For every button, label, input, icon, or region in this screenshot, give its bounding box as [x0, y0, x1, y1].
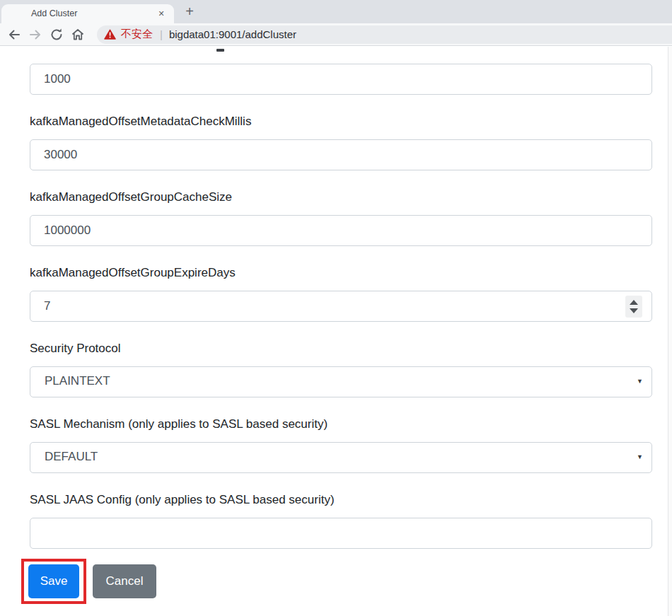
kafka-managed-offset-group-cache-size-input[interactable]	[30, 215, 652, 246]
back-button[interactable]	[4, 24, 25, 45]
spinner-up-icon[interactable]	[630, 300, 638, 305]
kafka-managed-offset-group-expire-days-label: kafkaManagedOffsetGroupExpireDays	[30, 265, 652, 281]
add-cluster-form: kafkaManagedOffsetMetadataCheckMillis ka…	[30, 64, 652, 604]
kafka-managed-offset-group-expire-days-input[interactable]	[30, 291, 652, 322]
annotation-highlight-box: Save	[21, 559, 86, 604]
sasl-jaas-config-label: SASL JAAS Config (only applies to SASL b…	[30, 492, 652, 508]
unlabeled-top-input[interactable]	[30, 64, 652, 95]
home-icon	[71, 28, 85, 42]
security-warning-text[interactable]: 不安全	[121, 28, 153, 41]
number-input-wrapper	[30, 291, 652, 322]
number-stepper[interactable]	[625, 296, 642, 318]
forward-arrow-icon	[28, 28, 42, 42]
new-tab-button[interactable]: +	[180, 2, 199, 22]
cutoff-label-fragment	[216, 49, 224, 52]
form-group: SASL JAAS Config (only applies to SASL b…	[30, 492, 652, 549]
omnibox-separator: |	[160, 28, 163, 40]
tab-title: Add Cluster	[31, 8, 77, 18]
chevron-down-icon: ▼	[637, 378, 643, 385]
tab-strip: Add Cluster ✕ +	[0, 0, 672, 23]
selected-value: PLAINTEXT	[45, 374, 110, 388]
form-group	[30, 64, 652, 95]
sasl-jaas-config-input[interactable]	[30, 518, 652, 549]
security-protocol-select[interactable]: PLAINTEXT ▼	[30, 366, 652, 397]
browser-tab[interactable]: Add Cluster ✕	[1, 4, 174, 23]
form-group: SASL Mechanism (only applies to SASL bas…	[30, 417, 652, 473]
cancel-button[interactable]: Cancel	[93, 564, 156, 598]
browser-window: Add Cluster ✕ +	[0, 0, 672, 616]
kafka-managed-offset-group-cache-size-label: kafkaManagedOffsetGroupCacheSize	[30, 190, 652, 205]
kafka-managed-offset-metadata-check-millis-label: kafkaManagedOffsetMetadataCheckMillis	[30, 114, 652, 129]
spinner-down-icon[interactable]	[630, 308, 638, 313]
chevron-down-icon: ▼	[637, 453, 643, 460]
forward-button	[25, 24, 46, 45]
reload-icon	[50, 28, 64, 42]
close-icon[interactable]: ✕	[155, 7, 168, 20]
kafka-managed-offset-metadata-check-millis-input[interactable]	[30, 139, 652, 170]
sasl-mechanism-select[interactable]: DEFAULT ▼	[30, 442, 652, 473]
form-group: kafkaManagedOffsetGroupCacheSize	[30, 190, 652, 246]
form-group: kafkaManagedOffsetMetadataCheckMillis	[30, 114, 652, 170]
browser-toolbar: 不安全 | bigdata01:9001/addCluster	[0, 23, 672, 46]
url-text[interactable]: bigdata01:9001/addCluster	[169, 28, 296, 40]
plus-icon: +	[185, 4, 194, 19]
save-button[interactable]: Save	[28, 564, 79, 598]
back-arrow-icon	[7, 28, 21, 42]
security-protocol-label: Security Protocol	[30, 341, 652, 356]
form-group: Security Protocol PLAINTEXT ▼	[30, 341, 652, 397]
form-actions: Save Cancel	[30, 559, 652, 604]
page-scrollbar[interactable]	[668, 47, 672, 616]
form-group: kafkaManagedOffsetGroupExpireDays	[30, 265, 652, 322]
home-button[interactable]	[67, 24, 88, 45]
sasl-mechanism-label: SASL Mechanism (only applies to SASL bas…	[30, 417, 652, 432]
reload-button[interactable]	[46, 24, 67, 45]
page-content: kafkaManagedOffsetMetadataCheckMillis ka…	[0, 47, 672, 616]
address-bar[interactable]: 不安全 | bigdata01:9001/addCluster	[97, 25, 672, 44]
selected-value: DEFAULT	[45, 450, 98, 464]
warning-triangle-icon	[104, 29, 116, 40]
